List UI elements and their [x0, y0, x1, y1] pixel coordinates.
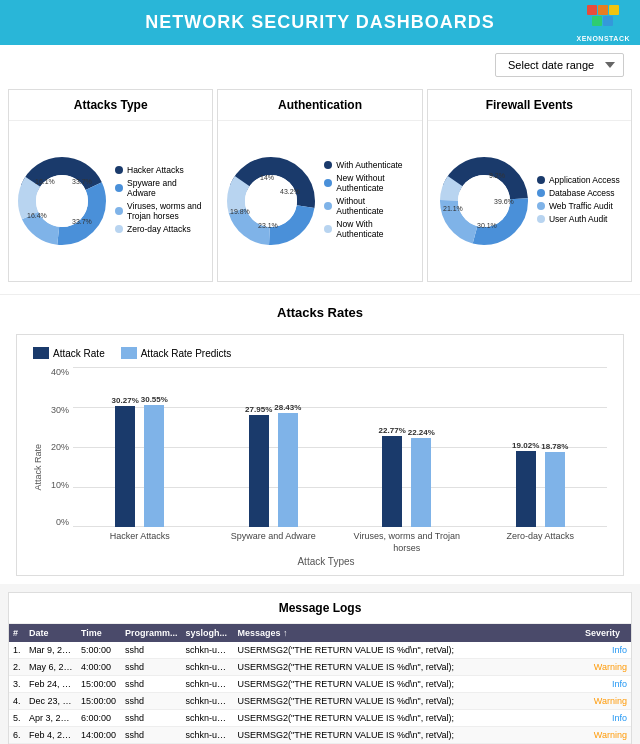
attacks-rates-section: Attacks Rates Attack Rate Attack Rate Pr…	[0, 286, 640, 584]
cell-sev: Info	[581, 642, 631, 659]
svg-text:33.7%: 33.7%	[72, 178, 92, 185]
authentication-body: 14% 43.2% 19.8% 23.1% With Authenticate …	[218, 121, 421, 281]
table-row: 4. Dec 23, 2... 15:00:00 sshd schkn-ubu.…	[9, 693, 631, 710]
bar-label-spyware-1: 27.95%	[245, 405, 272, 414]
cell-sys: schkn-ubu...	[182, 693, 234, 710]
cell-date: Apr 3, 2020	[25, 710, 77, 727]
cell-sys: schkn-ubu...	[182, 710, 234, 727]
col-header-prog: Programm...	[121, 624, 182, 642]
cell-prog: sshd	[121, 710, 182, 727]
message-logs-section: Message Logs # Date Time Programm... sys…	[8, 592, 632, 744]
cell-sev: Info	[581, 676, 631, 693]
attack-rate-label: Attack Rate	[53, 348, 105, 359]
attacks-type-title: Attacks Type	[9, 90, 212, 121]
svg-text:23.1%: 23.1%	[258, 222, 278, 229]
x-axis-title: Attack Types	[45, 556, 607, 567]
authentication-chart: 14% 43.2% 19.8% 23.1%	[226, 156, 316, 246]
svg-text:33.7%: 33.7%	[72, 218, 92, 225]
cell-msg: USERMSG2("THE RETURN VALUE IS %d\n", ret…	[234, 727, 581, 744]
bar-label-hacker-1: 30.27%	[112, 396, 139, 405]
cell-date: Mar 9, 2020	[25, 642, 77, 659]
svg-text:39.6%: 39.6%	[494, 198, 514, 205]
svg-text:19.8%: 19.8%	[230, 208, 250, 215]
bar-label-viruses-1: 22.77%	[379, 426, 406, 435]
firewall-events-chart: 9.2% 39.6% 30.1% 21.1%	[439, 156, 529, 246]
svg-text:21.1%: 21.1%	[443, 205, 463, 212]
bar-hacker-1	[115, 406, 135, 527]
cell-num: 4.	[9, 693, 25, 710]
x-label-spyware: Spyware and Adware	[207, 531, 341, 554]
authentication-legend: With Authenticate New Without Authentica…	[324, 160, 413, 242]
cell-prog: sshd	[121, 693, 182, 710]
attacks-rates-title: Attacks Rates	[0, 294, 640, 330]
bar-chart-area: 30.27% 30.55%	[73, 367, 607, 527]
cell-num: 5.	[9, 710, 25, 727]
svg-point-18	[245, 175, 297, 227]
svg-text:14%: 14%	[260, 174, 274, 181]
svg-rect-0	[587, 5, 597, 15]
bar-zeroday-2	[545, 452, 565, 527]
firewall-events-title: Firewall Events	[428, 90, 631, 121]
cell-time: 5:00:00	[77, 642, 121, 659]
bar-zeroday-1	[516, 451, 536, 527]
bar-chart-container: Attack Rate Attack Rate Predicts Attack …	[16, 334, 624, 576]
x-labels: Hacker Attacks Spyware and Adware Viruse…	[73, 531, 607, 554]
page-title: NETWORK SECURITY DASHBOARDS	[145, 12, 495, 32]
cell-sys: schkn-ubu...	[182, 676, 234, 693]
cell-time: 6:00:00	[77, 710, 121, 727]
col-header-msg: Messages ↑	[234, 624, 581, 642]
date-range-row: Select date range Last 7 days Last 30 da…	[0, 45, 640, 85]
bar-legend: Attack Rate Attack Rate Predicts	[33, 347, 607, 359]
cell-num: 2.	[9, 659, 25, 676]
table-row: 6. Feb 4, 2019 14:00:00 sshd schkn-ubu..…	[9, 727, 631, 744]
cell-sys: schkn-ubu...	[182, 727, 234, 744]
authentication-title: Authentication	[218, 90, 421, 121]
svg-rect-1	[598, 5, 608, 15]
table-row: 2. May 6, 20... 4:00:00 sshd schkn-ubu..…	[9, 659, 631, 676]
svg-text:16.4%: 16.4%	[27, 212, 47, 219]
cell-sev: Warning	[581, 659, 631, 676]
attacks-type-body: 16.1% 33.7% 16.4% 33.7% Hacker Attacks S…	[9, 121, 212, 281]
cell-msg: USERMSG2("THE RETURN VALUE IS %d\n", ret…	[234, 676, 581, 693]
date-range-select[interactable]: Select date range Last 7 days Last 30 da…	[495, 53, 624, 77]
cell-num: 6.	[9, 727, 25, 744]
logo-icon	[587, 5, 619, 33]
col-header-sev: Severity	[581, 624, 631, 642]
col-header-date: Date	[25, 624, 77, 642]
cell-date: Feb 4, 2019	[25, 727, 77, 744]
col-header-time: Time	[77, 624, 121, 642]
table-row: 3. Feb 24, 2... 15:00:00 sshd schkn-ubu.…	[9, 676, 631, 693]
table-row: 1. Mar 9, 2020 5:00:00 sshd schkn-ubu...…	[9, 642, 631, 659]
svg-rect-3	[592, 16, 602, 26]
attack-rate-predicts-legend-box	[121, 347, 137, 359]
cell-sev: Info	[581, 710, 631, 727]
cell-sev: Warning	[581, 727, 631, 744]
cell-prog: sshd	[121, 676, 182, 693]
svg-text:9.2%: 9.2%	[489, 172, 505, 179]
cell-time: 15:00:00	[77, 676, 121, 693]
cell-date: Feb 24, 2...	[25, 676, 77, 693]
cell-num: 3.	[9, 676, 25, 693]
svg-text:30.1%: 30.1%	[477, 222, 497, 229]
bar-hacker-2	[144, 405, 164, 527]
col-header-num: #	[9, 624, 25, 642]
cell-time: 14:00:00	[77, 727, 121, 744]
authentication-panel: Authentication 14% 43.2% 19.8% 23.1% Wit…	[217, 89, 422, 282]
bar-label-zeroday-1: 19.02%	[512, 441, 539, 450]
bar-spyware-2	[278, 413, 298, 527]
firewall-events-legend: Application Access Database Access Web T…	[537, 175, 620, 227]
page-header: NETWORK SECURITY DASHBOARDS XENONSTACK	[0, 0, 640, 45]
x-label-hacker: Hacker Attacks	[73, 531, 207, 554]
cell-time: 4:00:00	[77, 659, 121, 676]
bar-label-viruses-2: 22.24%	[408, 428, 435, 437]
message-logs-title: Message Logs	[9, 593, 631, 624]
cell-msg: USERMSG2("THE RETURN VALUE IS %d\n", ret…	[234, 659, 581, 676]
svg-text:43.2%: 43.2%	[280, 188, 300, 195]
bar-group-spyware: 27.95% 28.43%	[207, 367, 341, 527]
bar-label-zeroday-2: 18.78%	[541, 442, 568, 451]
firewall-events-body: 9.2% 39.6% 30.1% 21.1% Application Acces…	[428, 121, 631, 281]
cell-sev: Warning	[581, 693, 631, 710]
table-row: 5. Apr 3, 2020 6:00:00 sshd schkn-ubu...…	[9, 710, 631, 727]
attack-rate-predicts-label: Attack Rate Predicts	[141, 348, 232, 359]
x-label-viruses: Viruses, worms and Trojan horses	[340, 531, 474, 554]
